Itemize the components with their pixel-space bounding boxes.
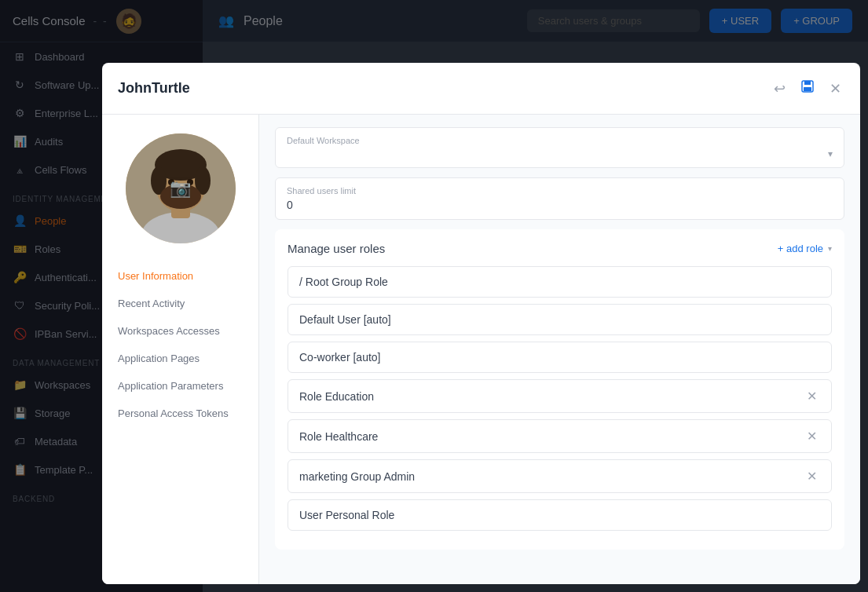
role-label: Role Education bbox=[299, 390, 374, 403]
role-item-personal-role: User Personal Role bbox=[288, 499, 832, 531]
modal-avatar-area: 📷 bbox=[102, 115, 258, 256]
add-role-chevron-icon: ▾ bbox=[828, 244, 832, 253]
save-icon bbox=[800, 79, 815, 98]
close-icon: ✕ bbox=[830, 80, 841, 97]
nav-item-workspaces-accesses[interactable]: Workspaces Accesses bbox=[102, 317, 258, 345]
nav-item-personal-access-tokens[interactable]: Personal Access Tokens bbox=[102, 400, 258, 427]
roles-title: Manage user roles bbox=[288, 242, 385, 255]
role-item-marketing-admin: marketing Group Admin ✕ bbox=[288, 459, 832, 493]
role-item-healthcare: Role Healthcare ✕ bbox=[288, 419, 832, 453]
default-workspace-select[interactable]: ▾ bbox=[287, 148, 833, 159]
role-item-default-user: Default User [auto] bbox=[288, 304, 832, 335]
nav-item-application-parameters[interactable]: Application Parameters bbox=[102, 372, 258, 400]
svg-rect-1 bbox=[804, 81, 811, 85]
modal-title: JohnTurtle bbox=[118, 80, 190, 97]
default-workspace-label: Default Workspace bbox=[287, 136, 833, 145]
remove-role-healthcare-button[interactable]: ✕ bbox=[804, 429, 820, 444]
nav-item-recent-activity[interactable]: Recent Activity bbox=[102, 290, 258, 317]
role-item-co-worker: Co-worker [auto] bbox=[288, 342, 832, 373]
add-role-label: + add role bbox=[778, 243, 823, 254]
shared-users-limit-field[interactable]: Shared users limit 0 bbox=[275, 177, 844, 220]
svg-rect-2 bbox=[804, 87, 811, 91]
add-role-button[interactable]: + add role ▾ bbox=[778, 243, 832, 254]
modal-header-actions: ↩ ✕ bbox=[771, 75, 844, 101]
user-modal-avatar[interactable]: 📷 bbox=[126, 133, 236, 243]
nav-item-application-pages[interactable]: Application Pages bbox=[102, 345, 258, 372]
role-label: Co-worker [auto] bbox=[299, 351, 380, 364]
role-item-education: Role Education ✕ bbox=[288, 379, 832, 413]
close-button[interactable]: ✕ bbox=[826, 77, 844, 100]
modal-nav: User Information Recent Activity Workspa… bbox=[102, 256, 258, 433]
roles-header: Manage user roles + add role ▾ bbox=[288, 242, 832, 255]
role-item-root-group: / Root Group Role bbox=[288, 266, 832, 298]
role-label: User Personal Role bbox=[299, 509, 394, 521]
nav-item-user-information[interactable]: User Information bbox=[102, 262, 258, 290]
shared-users-limit-value: 0 bbox=[287, 199, 833, 211]
role-label: Role Healthcare bbox=[299, 430, 378, 443]
remove-role-marketing-button[interactable]: ✕ bbox=[804, 469, 820, 484]
role-label: / Root Group Role bbox=[299, 276, 388, 288]
modal-body: 📷 User Information Recent Activity Works… bbox=[102, 115, 860, 584]
default-workspace-field[interactable]: Default Workspace ▾ bbox=[275, 127, 844, 168]
avatar-overlay: 📷 bbox=[126, 133, 236, 243]
modal-left-panel: 📷 User Information Recent Activity Works… bbox=[102, 115, 259, 584]
chevron-down-icon: ▾ bbox=[828, 148, 833, 159]
remove-role-education-button[interactable]: ✕ bbox=[804, 389, 820, 404]
modal-header: JohnTurtle ↩ ✕ bbox=[102, 63, 860, 115]
shared-users-limit-label: Shared users limit bbox=[287, 186, 833, 196]
user-modal: JohnTurtle ↩ ✕ bbox=[102, 63, 860, 584]
undo-button[interactable]: ↩ bbox=[771, 77, 789, 100]
role-label: Default User [auto] bbox=[299, 313, 391, 326]
save-button[interactable] bbox=[797, 75, 819, 101]
role-label: marketing Group Admin bbox=[299, 470, 415, 483]
roles-section: Manage user roles + add role ▾ / Root Gr… bbox=[275, 229, 844, 550]
camera-icon: 📷 bbox=[170, 178, 191, 199]
modal-right-panel: Default Workspace ▾ Shared users limit 0… bbox=[259, 115, 860, 584]
undo-icon: ↩ bbox=[774, 80, 786, 97]
